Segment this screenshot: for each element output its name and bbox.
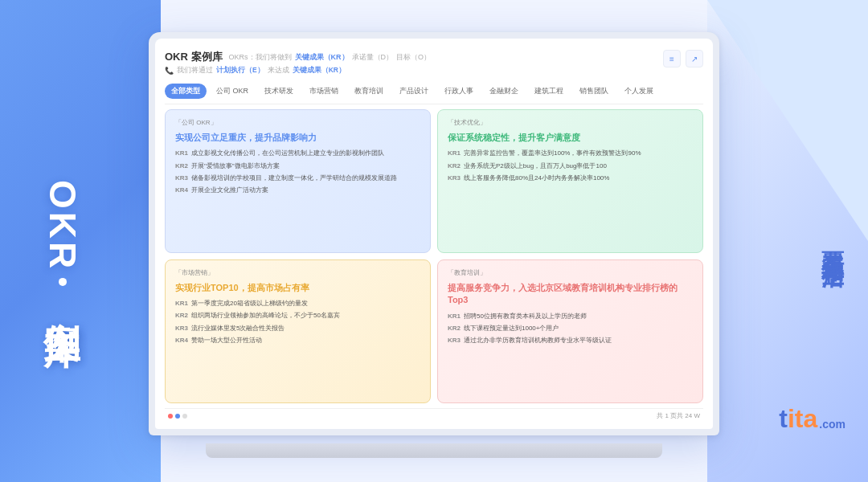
kr2-label: KR2 xyxy=(175,312,188,319)
right-text-cover: 覆盖工作和生活 xyxy=(820,233,845,250)
card-company-okr[interactable]: 「公司 OKR」 实现公司立足重庆，提升品牌影响力 KR1 成立影视文化传播公司… xyxy=(165,109,431,253)
laptop-screen-border: OKR 案例库 OKRs：我们将做到 关键成果（KR） 承诺量（D） 目标（O）… xyxy=(149,32,719,435)
kr4-text: 开展企业文化推广活动方案 xyxy=(191,186,268,194)
kr2-label: KR2 xyxy=(448,325,461,332)
kr-item: KR3 通过北办非学历教育培训机构教师专业水平等级认证 xyxy=(448,336,693,345)
share-icon: ↗ xyxy=(691,55,698,63)
kr3-label: KR3 xyxy=(175,325,188,332)
card-company-tag: 「公司 OKR」 xyxy=(175,118,420,127)
card-tech-tag-text: 「技术优化」 xyxy=(448,118,486,127)
card-sales-kr-list: KR1 第一季度完成20箱省级以上梯级钓的量发 KR2 组织两场行业领袖参加的高… xyxy=(175,299,420,345)
tita-logo-dotcom: .com xyxy=(819,418,845,431)
kr2-text: 组织两场行业领袖参加的高峰论坛，不少于50名嘉宾 xyxy=(191,311,340,320)
card-edu-tag-text: 「教育培训」 xyxy=(448,268,486,277)
kr3-label: KR3 xyxy=(175,174,188,182)
kr2-text: 开展"爱情故事"微电影市场方案 xyxy=(191,161,280,170)
tita-logo-ita: ita xyxy=(788,404,817,434)
breadcrumb-plan-text: 我们将通过 xyxy=(177,66,213,76)
kr1-label: KR1 xyxy=(448,312,461,320)
kr-item: KR4 开展企业文化推广活动方案 xyxy=(175,186,420,194)
kr3-label: KR3 xyxy=(448,337,461,344)
kr-item: KR1 完善异常监控告警，覆盖率达到100%，事件有效预警达到90% xyxy=(448,149,693,157)
card-company-title: 实现公司立足重庆，提升品牌影响力 xyxy=(175,132,420,144)
category-tabs: 全部类型 公司 OKR 技术研发 市场营销 教育培训 产品设计 行政人事 金融财… xyxy=(165,84,703,104)
kr-item: KR2 开展"爱情故事"微电影市场方案 xyxy=(175,161,420,170)
kr-item: KR2 业务系统无P2级以上bug，且百万人bug率低于100 xyxy=(448,161,693,170)
tab-education[interactable]: 教育培训 xyxy=(348,84,390,99)
header-title: OKR 案例库 xyxy=(165,50,223,64)
card-tech-okr[interactable]: 「技术优化」 保证系统稳定性，提升客户满意度 KR1 完善异常监控告警，覆盖率达… xyxy=(437,109,703,253)
card-tech-tag: 「技术优化」 xyxy=(448,118,693,127)
kr1-label: KR1 xyxy=(175,300,188,307)
kr3-text: 线上客服务务降低80%且24小时内务务解决率100% xyxy=(464,174,609,182)
card-edu-okr[interactable]: 「教育培训」 提高服务竞争力，入选北京区域教育培训机构专业排行榜的Top3 KR… xyxy=(437,259,703,403)
triangle-decoration-top xyxy=(707,0,868,241)
kr2-label: KR2 xyxy=(448,162,461,170)
header-breadcrumb: OKRs：我们将做到 关键成果（KR） 承诺量（D） 目标（O） xyxy=(229,52,432,63)
card-sales-tag-text: 「市场营销」 xyxy=(175,268,214,277)
breadcrumb-okr-label: OKRs：我们将做到 xyxy=(229,52,292,63)
breadcrumb-goal: 目标（O） xyxy=(396,52,431,63)
kr1-text: 招聘50位拥有教育类本科及以上学历的老师 xyxy=(464,312,587,321)
kr4-label: KR4 xyxy=(175,186,188,194)
kr4-text: 赞助一场大型公开性活动 xyxy=(191,336,262,345)
footer-bar: 共 1 页共 24 W xyxy=(165,408,703,423)
tab-construction[interactable]: 建筑工程 xyxy=(528,84,570,99)
dot-inactive xyxy=(182,414,187,419)
kr2-label: KR2 xyxy=(175,162,188,170)
kr1-label: KR1 xyxy=(448,149,461,157)
kr3-text: 通过北办非学历教育培训机构教师专业水平等级认证 xyxy=(464,336,612,345)
kr4-label: KR4 xyxy=(175,337,188,344)
left-text-case: 案例库 xyxy=(42,292,84,302)
left-dot-decoration xyxy=(59,278,67,286)
card-edu-kr-list: KR1 招聘50位拥有教育类本科及以上学历的老师 KR2 线下课程预定量达到10… xyxy=(448,312,693,345)
laptop-container: OKR 案例库 OKRs：我们将做到 关键成果（KR） 承诺量（D） 目标（O）… xyxy=(149,32,719,458)
header-title-row: OKR 案例库 OKRs：我们将做到 关键成果（KR） 承诺量（D） 目标（O） xyxy=(165,50,431,64)
header-sub-row: 📞 我们将通过 计划执行（E） 来达成 关键成果（KR） xyxy=(165,66,431,76)
card-sales-tag: 「市场营销」 xyxy=(175,268,420,277)
left-decorative-text: OKR 案例库 xyxy=(44,180,81,302)
share-icon-btn[interactable]: ↗ xyxy=(686,50,703,67)
dot-red xyxy=(168,414,173,419)
tab-personal[interactable]: 个人发展 xyxy=(618,84,660,99)
card-tech-kr-list: KR1 完善异常监控告警，覆盖率达到100%，事件有效预警达到90% KR2 业… xyxy=(448,149,693,182)
menu-icon: ≡ xyxy=(669,55,674,63)
header-icons: ≡ ↗ xyxy=(663,50,703,67)
tab-sales[interactable]: 销售团队 xyxy=(573,84,615,99)
menu-icon-btn[interactable]: ≡ xyxy=(663,50,681,67)
breadcrumb-kr2: 关键成果（KR） xyxy=(293,66,346,76)
header-left: OKR 案例库 OKRs：我们将做到 关键成果（KR） 承诺量（D） 目标（O）… xyxy=(165,50,431,76)
right-decorative-text: 覆盖工作和生活 xyxy=(818,233,845,250)
tab-tech[interactable]: 技术研发 xyxy=(258,84,300,99)
tab-company-okr[interactable]: 公司 OKR xyxy=(210,84,255,99)
tab-all[interactable]: 全部类型 xyxy=(165,84,207,99)
breadcrumb-kr: 关键成果（KR） xyxy=(295,52,349,63)
kr-item: KR3 储备影视培训的学校项目，建立制度一体化，严学研结合的规模发展道路 xyxy=(175,174,420,182)
card-edu-tag: 「教育培训」 xyxy=(448,268,693,277)
kr-item: KR2 线下课程预定量达到1000+个用户 xyxy=(448,324,693,333)
card-sales-okr[interactable]: 「市场营销」 实现行业TOP10，提高市场占有率 KR1 第一季度完成20箱省级… xyxy=(165,259,431,403)
kr-item: KR1 第一季度完成20箱省级以上梯级钓的量发 xyxy=(175,299,420,308)
pagination-dots xyxy=(168,414,187,419)
laptop-screen: OKR 案例库 OKRs：我们将做到 关键成果（KR） 承诺量（D） 目标（O）… xyxy=(155,39,713,429)
left-text-okr: OKR xyxy=(42,180,84,272)
card-tech-title: 保证系统稳定性，提升客户满意度 xyxy=(448,132,693,144)
tab-product[interactable]: 产品设计 xyxy=(393,84,435,99)
kr1-label: KR1 xyxy=(175,149,188,157)
screen-content: OKR 案例库 OKRs：我们将做到 关键成果（KR） 承诺量（D） 目标（O）… xyxy=(155,39,713,429)
card-sales-title: 实现行业TOP10，提高市场占有率 xyxy=(175,282,420,294)
screen-header: OKR 案例库 OKRs：我们将做到 关键成果（KR） 承诺量（D） 目标（O）… xyxy=(165,47,703,79)
kr-item: KR3 流行业媒体里发5次融合性关报告 xyxy=(175,324,420,333)
laptop: OKR 案例库 OKRs：我们将做到 关键成果（KR） 承诺量（D） 目标（O）… xyxy=(149,32,719,458)
tab-marketing[interactable]: 市场营销 xyxy=(303,84,345,99)
card-edu-title: 提高服务竞争力，入选北京区域教育培训机构专业排行榜的Top3 xyxy=(448,282,693,307)
tab-finance[interactable]: 金融财企 xyxy=(483,84,525,99)
kr-item: KR4 赞助一场大型公开性活动 xyxy=(175,336,420,345)
kr-item: KR3 线上客服务务降低80%且24小时内务务解决率100% xyxy=(448,174,693,182)
footer-pagination-text: 共 1 页共 24 W xyxy=(657,411,700,420)
kr3-text: 储备影视培训的学校项目，建立制度一体化，严学研结合的规模发展道路 xyxy=(191,174,397,182)
kr-item: KR1 招聘50位拥有教育类本科及以上学历的老师 xyxy=(448,312,693,321)
tab-hr[interactable]: 行政人事 xyxy=(438,84,480,99)
breadcrumb-plan-execute: 计划执行（E） xyxy=(216,66,264,76)
laptop-base xyxy=(206,443,662,458)
